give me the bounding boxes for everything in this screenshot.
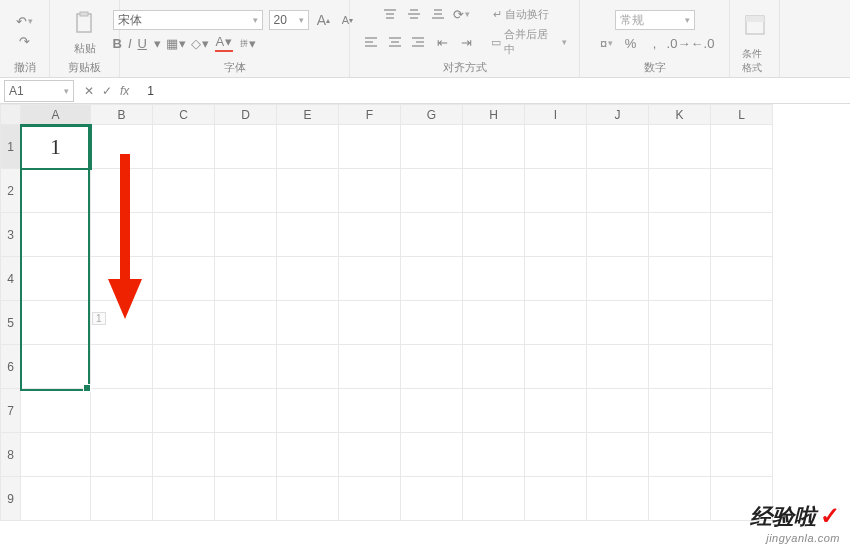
cell[interactable]: [91, 433, 153, 477]
cell[interactable]: [711, 169, 773, 213]
wrap-text-button[interactable]: ↵ 自动换行: [493, 7, 549, 22]
cell[interactable]: [153, 169, 215, 213]
cell[interactable]: [587, 477, 649, 521]
cell[interactable]: [525, 169, 587, 213]
cell[interactable]: [463, 125, 525, 169]
cell[interactable]: [21, 433, 91, 477]
col-header[interactable]: C: [153, 105, 215, 125]
cell[interactable]: [587, 169, 649, 213]
cell[interactable]: [587, 433, 649, 477]
cell[interactable]: [153, 257, 215, 301]
cell[interactable]: [21, 477, 91, 521]
confirm-formula-icon[interactable]: ✓: [102, 84, 112, 98]
cell[interactable]: [587, 125, 649, 169]
col-header[interactable]: D: [215, 105, 277, 125]
cell[interactable]: [91, 345, 153, 389]
cell[interactable]: [215, 257, 277, 301]
cell[interactable]: [463, 433, 525, 477]
cell[interactable]: [153, 477, 215, 521]
cell[interactable]: [277, 257, 339, 301]
cell[interactable]: [21, 169, 91, 213]
cell[interactable]: [463, 345, 525, 389]
cell[interactable]: [525, 213, 587, 257]
cell[interactable]: [711, 257, 773, 301]
cell[interactable]: [91, 477, 153, 521]
cell[interactable]: [277, 433, 339, 477]
cond-format-button[interactable]: [739, 9, 771, 41]
align-bottom-icon[interactable]: [429, 7, 447, 21]
cell[interactable]: [649, 257, 711, 301]
cell[interactable]: [153, 125, 215, 169]
border-button[interactable]: ▦▾: [167, 34, 185, 52]
col-header[interactable]: L: [711, 105, 773, 125]
row-header[interactable]: 1: [1, 125, 21, 169]
col-header[interactable]: A: [21, 105, 91, 125]
merge-center-button[interactable]: ▭ 合并后居中▾: [491, 27, 567, 57]
align-middle-icon[interactable]: [405, 7, 423, 21]
cell[interactable]: [215, 213, 277, 257]
cell[interactable]: [21, 213, 91, 257]
cell[interactable]: [649, 433, 711, 477]
row-header[interactable]: 6: [1, 345, 21, 389]
cell[interactable]: [525, 345, 587, 389]
font-size-select[interactable]: 20▾: [269, 10, 309, 30]
cell[interactable]: [339, 477, 401, 521]
percent-icon[interactable]: %: [622, 34, 640, 52]
fill-color-button[interactable]: ◇▾: [191, 34, 209, 52]
cell[interactable]: [21, 389, 91, 433]
cell[interactable]: [153, 213, 215, 257]
cell[interactable]: [277, 213, 339, 257]
cell[interactable]: [339, 389, 401, 433]
cell[interactable]: [277, 389, 339, 433]
cell[interactable]: [339, 169, 401, 213]
name-box[interactable]: A1▾: [4, 80, 74, 102]
cell[interactable]: [91, 169, 153, 213]
cell[interactable]: [525, 389, 587, 433]
currency-icon[interactable]: ¤▾: [598, 34, 616, 52]
cell[interactable]: [339, 213, 401, 257]
increase-font-icon[interactable]: A▴: [315, 11, 333, 29]
cell[interactable]: [215, 125, 277, 169]
bold-button[interactable]: B: [113, 36, 122, 51]
row-header[interactable]: 2: [1, 169, 21, 213]
col-header[interactable]: G: [401, 105, 463, 125]
cell[interactable]: [215, 301, 277, 345]
cell[interactable]: [649, 213, 711, 257]
cell-A1[interactable]: 1: [21, 125, 91, 169]
select-all-corner[interactable]: [1, 105, 21, 125]
cell[interactable]: [21, 257, 91, 301]
cell[interactable]: [339, 125, 401, 169]
cell[interactable]: [91, 125, 153, 169]
cell[interactable]: [711, 389, 773, 433]
cell[interactable]: [401, 477, 463, 521]
paste-button[interactable]: [69, 7, 101, 39]
cell[interactable]: [401, 345, 463, 389]
cell[interactable]: [277, 345, 339, 389]
cell[interactable]: [649, 301, 711, 345]
cell[interactable]: [91, 257, 153, 301]
number-format-select[interactable]: 常规▾: [615, 10, 695, 30]
orientation-icon[interactable]: ⟳▾: [453, 5, 471, 23]
cell[interactable]: [587, 257, 649, 301]
cell[interactable]: [153, 345, 215, 389]
col-header[interactable]: I: [525, 105, 587, 125]
cell[interactable]: [711, 433, 773, 477]
cell[interactable]: [21, 301, 91, 345]
underline-button[interactable]: U: [138, 36, 147, 51]
cell[interactable]: [215, 345, 277, 389]
cell[interactable]: [401, 125, 463, 169]
cell[interactable]: [463, 257, 525, 301]
row-header[interactable]: 9: [1, 477, 21, 521]
phonetic-button[interactable]: 拼▾: [239, 34, 257, 52]
cell[interactable]: [649, 389, 711, 433]
cell[interactable]: [339, 301, 401, 345]
formula-input[interactable]: 1: [139, 84, 850, 98]
cell[interactable]: [711, 125, 773, 169]
cell[interactable]: [215, 169, 277, 213]
comma-icon[interactable]: ,: [646, 34, 664, 52]
col-header[interactable]: F: [339, 105, 401, 125]
italic-button[interactable]: I: [128, 36, 132, 51]
cell[interactable]: [649, 125, 711, 169]
cell[interactable]: [401, 301, 463, 345]
cell[interactable]: [587, 213, 649, 257]
